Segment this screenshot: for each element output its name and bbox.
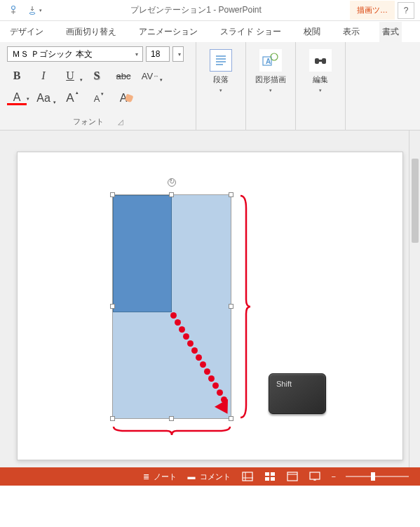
slide-sorter-view-button[interactable] [259, 472, 281, 481]
vertical-brace-annotation [238, 194, 252, 419]
svg-rect-12 [271, 472, 275, 476]
slideshow-view-button[interactable] [304, 472, 326, 481]
svg-point-1 [29, 12, 35, 14]
svg-rect-11 [265, 472, 269, 476]
font-name-select[interactable]: ＭＳ Ｐゴシック 本文 ▾ [7, 46, 143, 62]
svg-rect-7 [319, 60, 322, 62]
tab-slideshow[interactable]: スライド ショー [217, 22, 284, 42]
slide[interactable]: Shift [17, 152, 403, 460]
svg-rect-8 [243, 472, 252, 481]
resize-handle-br[interactable] [229, 416, 233, 421]
strikethrough-button[interactable]: abc [114, 67, 133, 84]
comments-button[interactable]: ▬ コメント [182, 472, 236, 482]
status-bar: ≣ ノート ▬ コメント − [0, 467, 420, 486]
svg-text:A: A [266, 58, 271, 65]
shrink-font-button[interactable]: A▾ [87, 90, 107, 107]
tab-view[interactable]: 表示 [340, 22, 363, 42]
zoom-slider-thumb[interactable] [371, 472, 375, 481]
touch-mode-button[interactable] [6, 3, 21, 18]
font-size-select[interactable]: 18 [146, 46, 170, 62]
ribbon: ＭＳ Ｐゴシック 本文 ▾ 18 ▾ B I U▾ S abc AV↔▾ A▾ [0, 42, 420, 131]
help-button[interactable]: ? [398, 2, 414, 19]
comment-icon: ▬ [188, 472, 196, 481]
font-dialog-launcher[interactable]: ◿ [118, 118, 123, 126]
scrollbar-thumb[interactable] [412, 159, 419, 243]
dropdown-arrow-icon: ▾ [27, 96, 29, 102]
svg-rect-13 [265, 477, 269, 481]
dropdown-arrow-icon: ▾ [80, 77, 83, 83]
character-spacing-button[interactable]: AV↔▾ [140, 67, 160, 84]
shape-drawing-button[interactable]: A 図形描画 ▾ [253, 46, 288, 127]
resize-handle-tm[interactable] [169, 192, 174, 197]
vertical-scrollbar[interactable] [409, 131, 420, 467]
dropdown-arrow-icon: ▾ [175, 51, 181, 58]
notes-button[interactable]: ≣ ノート [137, 472, 182, 482]
qat-more-button[interactable]: ▾ [27, 3, 42, 18]
resize-handle-bl[interactable] [110, 416, 115, 421]
group-label-font: フォント [73, 116, 104, 127]
text-shadow-button[interactable]: S [87, 67, 107, 84]
horizontal-brace-annotation [112, 424, 231, 436]
notes-icon: ≣ [143, 472, 149, 481]
ribbon-group-editing: 編集 ▾ [296, 42, 346, 130]
resize-handle-tr[interactable] [229, 192, 233, 197]
ribbon-group-paragraph: 段落 ▾ [196, 42, 246, 130]
shapes-icon: A [259, 49, 282, 72]
quick-access-toolbar: ▾ [6, 3, 42, 18]
rotate-handle[interactable] [168, 178, 176, 187]
svg-rect-15 [287, 472, 297, 481]
svg-point-0 [12, 6, 15, 9]
ribbon-tabs: デザイン 画面切り替え アニメーション スライド ショー 校閲 表示 書式 [0, 21, 420, 42]
grow-font-button[interactable]: A▴ [60, 90, 80, 107]
svg-rect-17 [310, 472, 320, 479]
resize-handle-bm[interactable] [169, 416, 174, 421]
italic-button[interactable]: I [34, 67, 53, 84]
tab-transitions[interactable]: 画面切り替え [63, 22, 119, 42]
dropdown-arrow-icon: ▾ [53, 100, 56, 105]
zoom-slider[interactable] [346, 476, 409, 477]
change-case-button[interactable]: Aa▾ [34, 90, 53, 107]
font-name-value: ＭＳ Ｐゴシック 本文 [12, 48, 93, 60]
clear-formatting-button[interactable]: A [114, 90, 133, 107]
resize-handle-tl[interactable] [110, 192, 115, 197]
shift-key-illustration: Shift [269, 373, 326, 414]
title-bar: ▾ プレゼンテーション1 - PowerPoint 描画ツ… ? [0, 0, 420, 21]
font-color-button[interactable]: A▾ [7, 91, 27, 105]
reading-view-button[interactable] [281, 472, 304, 481]
window-title: プレゼンテーション1 - PowerPoint [42, 4, 350, 16]
underline-button[interactable]: U▾ [60, 67, 80, 84]
resize-handle-mr[interactable] [229, 304, 233, 309]
slide-canvas-area: Shift [0, 131, 420, 467]
ribbon-group-font: ＭＳ Ｐゴシック 本文 ▾ 18 ▾ B I U▾ S abc AV↔▾ A▾ [0, 42, 196, 130]
svg-rect-5 [315, 58, 319, 64]
bold-button[interactable]: B [7, 67, 27, 84]
svg-rect-6 [322, 58, 326, 64]
tab-format[interactable]: 書式 [379, 22, 402, 42]
font-size-value: 18 [151, 49, 160, 59]
resize-handle-ml[interactable] [110, 304, 115, 309]
inner-rectangle [113, 195, 172, 312]
contextual-tab-drawing-tools[interactable]: 描画ツ… [350, 1, 395, 20]
editing-button[interactable]: 編集 ▾ [303, 46, 338, 127]
paragraph-button[interactable]: 段落 ▾ [203, 46, 238, 127]
font-size-dropdown[interactable]: ▾ [172, 46, 184, 62]
zoom-out-button[interactable]: − [326, 472, 341, 481]
svg-rect-14 [271, 477, 275, 481]
ribbon-group-drawing: A 図形描画 ▾ [246, 42, 296, 130]
dropdown-arrow-icon: ▾ [133, 51, 138, 58]
paragraph-icon [210, 49, 232, 72]
normal-view-button[interactable] [236, 472, 259, 481]
selected-shape-rectangle[interactable] [112, 194, 231, 419]
dropdown-arrow-icon: ▾ [160, 77, 163, 83]
binoculars-icon [309, 49, 332, 72]
tab-animations[interactable]: アニメーション [136, 22, 201, 42]
tab-design[interactable]: デザイン [7, 22, 46, 42]
tab-review[interactable]: 校閲 [301, 22, 323, 42]
